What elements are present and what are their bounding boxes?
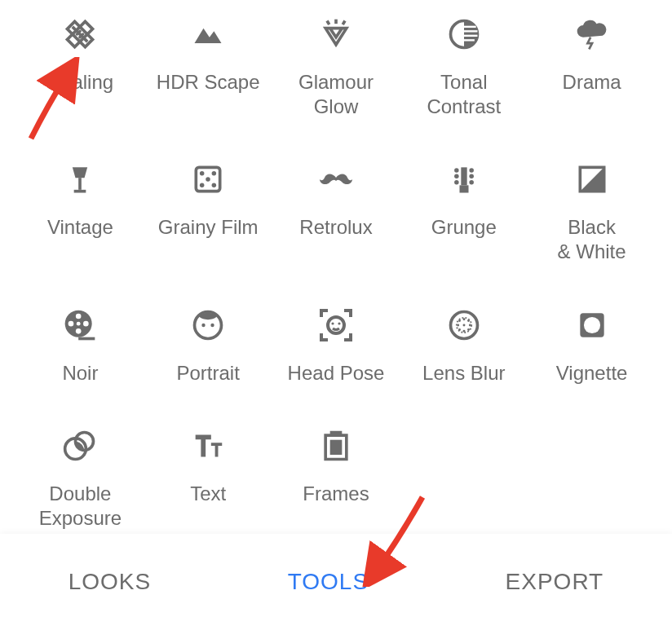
tool-head-pose[interactable]: Head Pose bbox=[272, 299, 400, 389]
tab-export[interactable]: EXPORT bbox=[506, 569, 604, 595]
tool-label: Head Pose bbox=[288, 361, 385, 385]
tool-label: Healing bbox=[47, 70, 113, 95]
double-circle-icon bbox=[59, 425, 101, 467]
svg-point-44 bbox=[467, 319, 470, 322]
split-square-icon bbox=[571, 158, 613, 200]
svg-point-24 bbox=[454, 174, 459, 179]
svg-point-17 bbox=[206, 178, 210, 183]
svg-rect-12 bbox=[79, 178, 82, 190]
tool-label: Text bbox=[190, 482, 226, 506]
svg-point-0 bbox=[76, 33, 79, 36]
face-outline-icon bbox=[187, 304, 229, 346]
vignette-icon bbox=[571, 304, 613, 346]
tool-label: Vignette bbox=[556, 361, 628, 385]
diamond-sparkle-icon bbox=[315, 13, 357, 55]
svg-point-19 bbox=[212, 183, 217, 188]
blur-circle-icon bbox=[443, 304, 485, 346]
svg-point-27 bbox=[469, 180, 474, 185]
svg-point-31 bbox=[69, 320, 74, 326]
tool-vintage[interactable]: Vintage bbox=[16, 153, 144, 267]
tool-text[interactable]: Text bbox=[144, 420, 272, 534]
svg-rect-20 bbox=[461, 168, 466, 186]
svg-point-45 bbox=[462, 318, 465, 320]
tool-label: Frames bbox=[303, 482, 369, 506]
tool-label: Lens Blur bbox=[422, 361, 505, 385]
tool-noir[interactable]: Noir bbox=[16, 299, 144, 389]
svg-point-18 bbox=[200, 183, 205, 188]
tool-tonal-contrast[interactable]: TonalContrast bbox=[400, 8, 528, 122]
tool-double-exposure[interactable]: DoubleExposure bbox=[16, 420, 144, 534]
svg-point-32 bbox=[83, 320, 89, 326]
lamp-icon bbox=[59, 158, 101, 200]
svg-point-25 bbox=[469, 174, 474, 179]
film-reel-icon bbox=[59, 304, 101, 346]
svg-point-43 bbox=[458, 319, 461, 322]
tab-tools[interactable]: TOOLS bbox=[288, 569, 369, 595]
bottom-tab-bar: LOOKS TOOLS EXPORT bbox=[0, 534, 672, 630]
text-tt-icon bbox=[187, 425, 229, 467]
svg-point-26 bbox=[454, 180, 459, 185]
tool-grainy-film[interactable]: Grainy Film bbox=[144, 153, 272, 267]
svg-point-50 bbox=[469, 324, 471, 326]
tool-grunge[interactable]: Grunge bbox=[400, 153, 528, 267]
tools-grid: Healing HDR Scape GlamourGlow TonalContr… bbox=[0, 0, 672, 534]
tab-looks[interactable]: LOOKS bbox=[69, 569, 151, 595]
tool-retrolux[interactable]: Retrolux bbox=[272, 153, 400, 267]
guitar-head-icon bbox=[443, 158, 485, 200]
svg-line-6 bbox=[343, 21, 345, 25]
mustache-icon bbox=[315, 158, 357, 200]
svg-point-3 bbox=[79, 36, 82, 39]
svg-point-34 bbox=[77, 321, 81, 325]
svg-point-15 bbox=[200, 171, 205, 176]
tool-label: DoubleExposure bbox=[39, 482, 122, 531]
tool-label: GlamourGlow bbox=[298, 70, 374, 119]
tool-hdr-scape[interactable]: HDR Scape bbox=[144, 8, 272, 122]
svg-point-39 bbox=[331, 322, 334, 324]
svg-rect-56 bbox=[330, 439, 343, 454]
tool-label: Grainy Film bbox=[158, 215, 259, 240]
tool-label: Retrolux bbox=[299, 215, 372, 240]
tool-portrait[interactable]: Portrait bbox=[144, 299, 272, 389]
storm-cloud-icon bbox=[571, 13, 613, 55]
mountains-icon bbox=[187, 13, 229, 55]
svg-rect-21 bbox=[459, 186, 468, 193]
tool-vignette[interactable]: Vignette bbox=[528, 299, 656, 389]
tool-drama[interactable]: Drama bbox=[528, 8, 656, 122]
frame-icon bbox=[315, 425, 357, 467]
tool-healing[interactable]: Healing bbox=[16, 8, 144, 122]
svg-point-46 bbox=[458, 328, 461, 331]
svg-point-51 bbox=[462, 324, 465, 326]
svg-point-49 bbox=[457, 324, 459, 326]
dice-icon bbox=[187, 158, 229, 200]
svg-point-48 bbox=[462, 329, 465, 332]
svg-point-36 bbox=[201, 323, 205, 326]
tool-label: Portrait bbox=[177, 361, 240, 385]
face-detect-icon bbox=[315, 304, 357, 346]
tool-label: Grunge bbox=[431, 215, 497, 240]
svg-point-16 bbox=[212, 171, 217, 176]
svg-point-37 bbox=[210, 323, 214, 326]
svg-point-33 bbox=[76, 328, 82, 334]
tool-glamour-glow[interactable]: GlamourGlow bbox=[272, 8, 400, 122]
bandage-icon bbox=[59, 13, 101, 55]
svg-point-47 bbox=[467, 328, 470, 331]
svg-point-1 bbox=[82, 33, 85, 36]
tool-label: Vintage bbox=[47, 215, 113, 240]
svg-point-53 bbox=[584, 316, 600, 333]
svg-point-23 bbox=[469, 169, 474, 174]
svg-point-2 bbox=[79, 30, 82, 33]
tool-label: Noir bbox=[62, 361, 98, 385]
svg-point-30 bbox=[76, 313, 82, 319]
svg-line-5 bbox=[327, 21, 329, 25]
svg-point-40 bbox=[338, 322, 340, 324]
tool-label: HDR Scape bbox=[157, 70, 260, 95]
tool-frames[interactable]: Frames bbox=[272, 420, 400, 534]
tool-label: Drama bbox=[563, 70, 621, 95]
svg-rect-13 bbox=[74, 190, 86, 193]
tool-black-white[interactable]: Black& White bbox=[528, 153, 656, 267]
tool-label: TonalContrast bbox=[427, 70, 501, 119]
tool-lens-blur[interactable]: Lens Blur bbox=[400, 299, 528, 389]
svg-point-22 bbox=[454, 169, 459, 174]
half-circle-icon bbox=[443, 13, 485, 55]
tool-label: Black& White bbox=[558, 215, 626, 264]
